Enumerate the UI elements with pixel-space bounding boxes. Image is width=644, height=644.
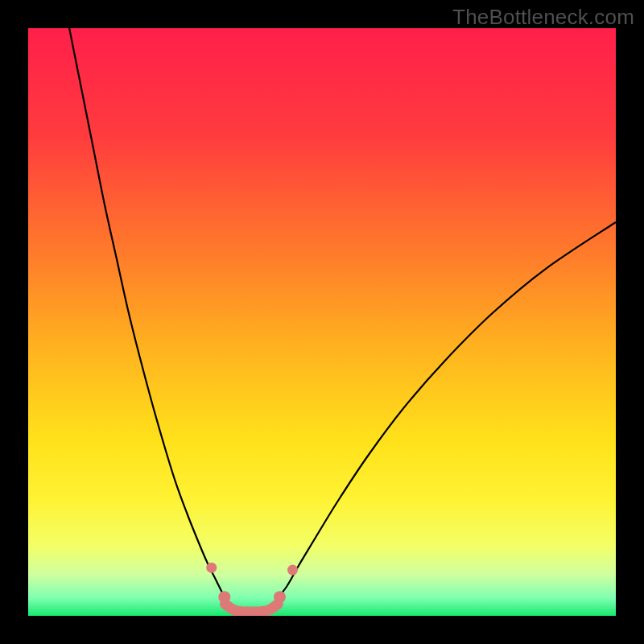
series-right-branch: [275, 222, 616, 601]
series-left-branch: [69, 28, 228, 601]
marker-right-dot-lower: [274, 591, 286, 603]
marker-left-dot-lower: [218, 591, 230, 603]
watermark-text: TheBottleneck.com: [452, 5, 634, 30]
chart-frame: TheBottleneck.com: [0, 0, 644, 644]
series-floor-band: [225, 604, 279, 612]
plot-area: [28, 28, 616, 616]
marker-right-dot-upper: [287, 565, 298, 576]
marker-left-dot-upper: [206, 563, 217, 573]
plot-curves: [28, 28, 616, 616]
